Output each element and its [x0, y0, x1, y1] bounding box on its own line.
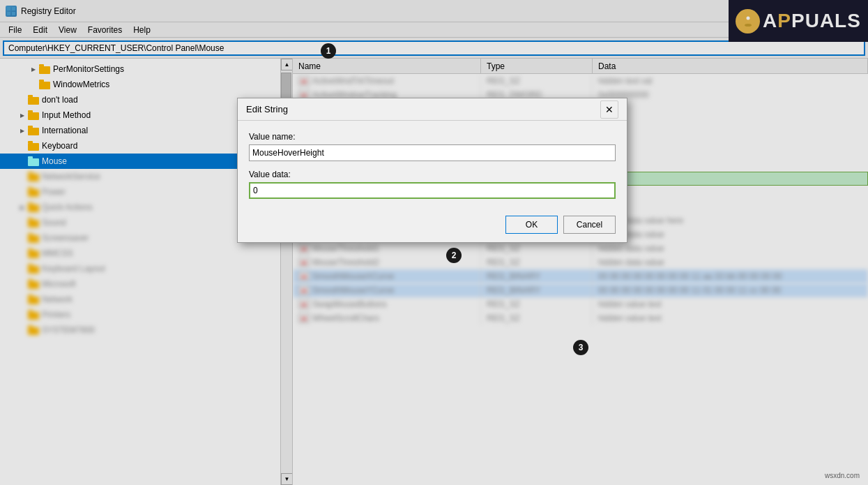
dialog-overlay: Edit String ✕ Value name: Value data: OK…	[0, 0, 868, 485]
edit-string-dialog: Edit String ✕ Value name: Value data: OK…	[237, 98, 627, 243]
value-name-label: Value name:	[249, 132, 616, 142]
value-name-input[interactable]	[249, 144, 616, 161]
dialog-title: Edit String	[246, 104, 600, 114]
value-data-input[interactable]	[249, 182, 616, 199]
highlighted-badge: 2	[446, 248, 462, 263]
address-badge: 1	[321, 43, 336, 59]
dialog-ok-button[interactable]: OK	[505, 216, 558, 234]
dialog-body: Value name: Value data: OK Cancel	[238, 121, 627, 242]
dialog-title-bar: Edit String ✕	[238, 98, 627, 121]
value-data-label: Value data:	[249, 170, 616, 179]
dialog-buttons: OK Cancel	[249, 210, 616, 234]
dialog-cancel-button[interactable]: Cancel	[563, 216, 616, 234]
dialog-close-button[interactable]: ✕	[600, 100, 618, 119]
value-data-badge: 3	[573, 340, 588, 355]
